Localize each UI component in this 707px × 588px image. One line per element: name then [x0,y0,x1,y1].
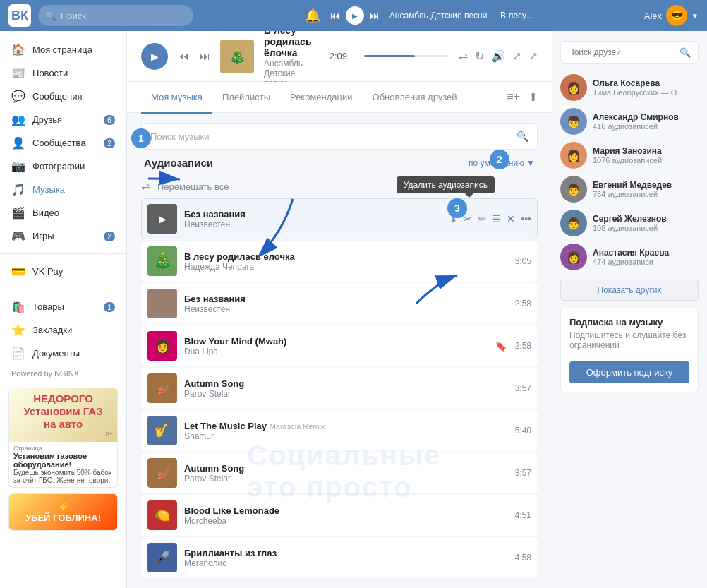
ad-block-2[interactable]: ⚡ УБЕЙ ГОБЛИНА! [8,493,118,531]
track-more-icon[interactable]: ••• [521,213,531,224]
friends-search-input[interactable] [568,47,675,57]
ad2-image: ⚡ УБЕЙ ГОБЛИНА! [9,494,117,530]
player-progress-fill [364,55,415,57]
player-progress-bar[interactable] [364,55,449,57]
nav-right: Alex 😎 ▼ [644,5,699,26]
sidebar-item-docs[interactable]: 📄 Документы [0,342,126,365]
sidebar-item-friends[interactable]: 👥 Друзья 6 [0,108,126,131]
nav-search-input[interactable] [61,11,186,21]
track-info: Без названия Неизвестен [184,294,509,314]
friend-row[interactable]: 👩 Мария Занозина 1076 аудиозаписей [560,138,699,172]
sidebar-item-bookmarks[interactable]: ⭐ Закладки [0,318,126,342]
track-title: В лесу родилась ёлочка [184,251,509,262]
friend-row[interactable]: 👨 Евгений Медведев 784 аудиозаписей [560,172,699,206]
friend-sub: 1076 аудиозаписей [593,156,699,164]
sidebar-item-label: Музыка [32,184,65,195]
player-play-btn[interactable]: ▶ [141,43,168,70]
ad-block-1[interactable]: НЕДОРОГОУстановим ГАЗна авто 0+ Страница… [8,388,118,488]
friend-row[interactable]: 👩 Анастасия Краева 474 аудиозаписи [560,240,699,274]
player-time: 2:09 [330,51,347,61]
music-search-input[interactable] [150,131,516,142]
friend-row[interactable]: 👦 Александр Смирнов 416 аудиозаписей [560,104,699,138]
track-row[interactable]: 🎤 Бриллианты из глаз Мегаполис 4:58 [141,537,538,578]
notification-bell[interactable]: 🔔 [305,8,320,23]
sidebar-item-games[interactable]: 🎮 Игры 2 [0,224,126,248]
track-artist: Shamur [184,431,509,441]
sidebar-item-news[interactable]: 📰 Новости [0,61,126,85]
track-row[interactable]: 🍋 Blood Like Lemonade Morcheeba 4:51 [141,495,538,536]
nav-chevron-icon: ▼ [691,12,699,20]
tabs-bar: Моя музыка Плейлисты Рекомендации Обновл… [127,82,552,113]
player-controls-right: ⇌ ↻ 🔊 ⤢ ↗ [459,49,538,63]
player-prev-btn[interactable]: ⏮ [178,50,189,63]
tab-friends-updates[interactable]: Обновления друзей [363,83,467,114]
player-info: В лесу родилась ёлочка Ансамбль Детские … [264,25,313,88]
right-panel: 🔍 👩 Ольга Косарева Тима Белорусских — О.… [552,31,707,588]
sidebar-item-vkpay[interactable]: 💳 VK Pay [0,260,126,283]
friend-row[interactable]: 👨 Сергей Железнов 108 аудиозаписей [560,206,699,240]
track-row[interactable]: 🎻 Autumn Song Parov Stelar 3:57 [141,452,538,493]
track-row[interactable]: 👩 Blow Your Mind (Mwah) Dua Lipa 🔖 2:58 [141,325,538,366]
sidebar-item-label: Новости [32,68,68,78]
track-title: Без названия [184,209,449,220]
sidebar: 🏠 Моя страница 📰 Новости 💬 Сообщения 👥 Д… [0,31,127,588]
nav-user[interactable]: Alex 😎 ▼ [644,5,699,26]
volume-ctrl-icon[interactable]: 🔊 [491,49,505,63]
annotation-1: 1 [131,128,151,148]
sidebar-item-communities[interactable]: 👤 Сообщества 2 [0,131,126,155]
layout: 🏠 Моя страница 📰 Новости 💬 Сообщения 👥 Д… [0,31,707,588]
track-cut-icon[interactable]: ✂ [464,213,472,224]
friend-row[interactable]: 👩 Ольга Косарева Тима Белорусских — О... [560,71,699,104]
sidebar-item-label: Моя страница [32,44,92,55]
track-row[interactable]: 🎄 В лесу родилась ёлочка Надежда Чепрага… [141,241,538,282]
goods-icon: 🛍️ [11,300,25,313]
track-row[interactable]: Без названия Неизвестен 2:58 [141,283,538,324]
friend-avatar: 👩 [560,142,587,169]
tab-my-music[interactable]: Моя музыка [141,83,212,114]
nav-search-icon: 🔍 [45,11,56,21]
expand-ctrl-icon[interactable]: ⤢ [512,49,521,63]
tab-playlists[interactable]: Плейлисты [212,83,280,114]
tabs-actions: ≡+ ⬆ [507,90,538,104]
player-thumb: 🎄 [220,40,254,73]
nav-play-btn[interactable]: ▶ [346,6,364,25]
shuffle-ctrl-icon[interactable]: ⇌ [459,49,468,63]
friend-info: Александр Смирнов 416 аудиозаписей [593,112,699,131]
music-sub-title: Подписка на музыку [569,317,689,328]
player-next-btn[interactable]: ⏭ [199,50,210,63]
tab-recommendations[interactable]: Рекомендации [280,83,363,114]
share-ctrl-icon[interactable]: ↗ [528,49,538,63]
track-duration: 3:57 [515,468,531,478]
sidebar-item-photos[interactable]: 📷 Фотографии [0,155,126,178]
sidebar-item-video[interactable]: 🎬 Видео [0,201,126,224]
sidebar-item-label: VK Pay [32,266,63,277]
subscribe-btn[interactable]: Оформить подписку [569,361,689,383]
sidebar-item-messages[interactable]: 💬 Сообщения [0,85,126,108]
add-playlist-icon[interactable]: ≡+ [507,90,520,104]
nav-player-controls: ⏮ ▶ ⏭ [330,6,380,25]
upload-icon[interactable]: ⬆ [528,90,538,104]
track-row[interactable]: Удалить аудиозапись ▶ Без названия Неизв… [141,198,538,239]
nav-search-wrap[interactable]: 🔍 [38,5,193,26]
friends-search[interactable]: 🔍 [560,41,699,64]
track-playlist-icon[interactable]: ☰ [492,213,501,224]
track-duration: 2:58 [515,341,531,351]
nav-next-btn[interactable]: ⏭ [370,10,380,21]
track-thumb: 🎷 [147,416,177,445]
sidebar-item-music[interactable]: 🎵 Музыка [0,178,126,201]
friend-info: Евгений Медведев 784 аудиозаписей [593,180,699,198]
show-more-btn[interactable]: Показать других [560,280,699,301]
track-row[interactable]: 🎷 Let The Music Play Marascia Remix Sham… [141,410,538,451]
friend-avatar: 👨 [560,176,587,203]
track-row[interactable]: 🎻 Autumn Song Parov Stelar 3:57 [141,368,538,409]
track-delete-icon[interactable]: ✕ [507,213,515,224]
sidebar-item-my-page[interactable]: 🏠 Моя страница [0,38,126,61]
sidebar-item-goods[interactable]: 🛍️ Товары 1 [0,295,126,318]
friend-avatar: 👩 [560,74,587,101]
nav-prev-btn[interactable]: ⏮ [330,10,340,21]
music-sub-text: Подпишитесь и слушайте без ограничений [569,330,689,350]
vk-logo[interactable]: ВК [8,4,31,27]
repeat-ctrl-icon[interactable]: ↻ [475,49,484,63]
track-edit-icon[interactable]: ✏ [478,213,486,224]
music-search-row[interactable]: 🔍 [141,123,538,150]
